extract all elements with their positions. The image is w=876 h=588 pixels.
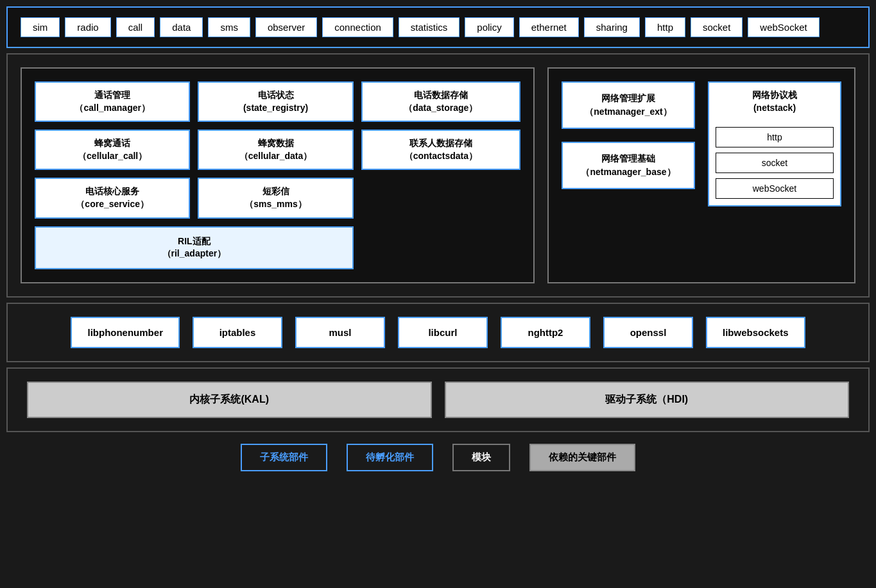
lib-section: libphonenumberiptablesmusllibcurlnghttp2… <box>6 303 870 362</box>
row1-pair: 通话管理 （call_manager） 电话状态 (state_registry… <box>35 81 354 122</box>
netstack-item-webSocket: webSocket <box>716 178 834 199</box>
kernel-hdi-box: 驱动子系统（HDI) <box>445 382 850 418</box>
tag-observer: observer <box>255 17 317 37</box>
legend-box-1: 待孵化部件 <box>347 444 433 471</box>
legend-box-3: 依赖的关键部件 <box>529 444 635 471</box>
netmanager-base-box: 网络管理基础 （netmanager_base） <box>562 142 695 189</box>
tag-sim: sim <box>21 17 60 37</box>
sms-mms-box: 短彩信 （sms_mms） <box>198 178 353 218</box>
row2-pair: 蜂窝通话 （cellular_call） 蜂窝数据 （cellular_data… <box>35 130 354 170</box>
netstack-header: 网络协议栈 (netstack) <box>708 81 841 121</box>
cellular-call-box: 蜂窝通话 （cellular_call） <box>35 130 190 170</box>
lib-box-musl: musl <box>295 317 385 348</box>
netstack-item-http: http <box>716 127 834 147</box>
right-subsystem-box: 网络管理扩展 （netmanager_ext） 网络管理基础 （netmanag… <box>547 67 855 283</box>
module-col-main: 通话管理 （call_manager） 电话状态 (state_registry… <box>35 81 354 269</box>
legend-box-0: 子系统部件 <box>241 444 327 471</box>
netstack-item-socket: socket <box>716 153 834 173</box>
legend-box-2: 模块 <box>452 444 510 471</box>
tag-data: data <box>160 17 203 37</box>
module-grid: 通话管理 （call_manager） 电话状态 (state_registry… <box>35 81 520 269</box>
netstack-column: 网络协议栈 (netstack) httpsocketwebSocket <box>708 81 841 206</box>
middle-section: 通话管理 （call_manager） 电话状态 (state_registry… <box>6 53 870 298</box>
cellular-data-box: 蜂窝数据 （cellular_data） <box>198 130 353 170</box>
tag-socket: socket <box>691 17 743 37</box>
legend-item-3: 依赖的关键部件 <box>529 444 635 471</box>
state-registry-box: 电话状态 (state_registry) <box>198 81 353 122</box>
left-subsystem-box: 通话管理 （call_manager） 电话状态 (state_registry… <box>21 67 535 283</box>
lib-box-libphonenumber: libphonenumber <box>71 317 180 348</box>
legend-item-1: 待孵化部件 <box>347 444 433 471</box>
netmanager-column: 网络管理扩展 （netmanager_ext） 网络管理基础 （netmanag… <box>562 81 695 189</box>
ril-row: RIL适配 （ril_adapter） <box>35 226 354 269</box>
lib-box-openssl: openssl <box>603 317 693 348</box>
kernel-section: 内核子系统(KAL) 驱动子系统（HDI) <box>6 367 870 432</box>
data-storage-box: 电话数据存储 （data_storage） <box>361 81 520 122</box>
legend-item-2: 模块 <box>452 444 510 471</box>
contacts-data-box: 联系人数据存储 （contactsdata） <box>361 130 520 170</box>
legend-section: 子系统部件待孵化部件模块依赖的关键部件 <box>6 437 870 478</box>
tag-call: call <box>116 17 155 37</box>
lib-box-libcurl: libcurl <box>398 317 488 348</box>
lib-box-iptables: iptables <box>193 317 282 348</box>
tag-sms: sms <box>208 17 250 37</box>
kernel-kal-box: 内核子系统(KAL) <box>27 382 432 418</box>
tag-statistics: statistics <box>399 17 460 37</box>
call-manager-box: 通话管理 （call_manager） <box>35 81 190 122</box>
legend-item-0: 子系统部件 <box>241 444 327 471</box>
tag-webSocket: webSocket <box>748 17 819 37</box>
module-col-data: 电话数据存储 （data_storage） 联系人数据存储 （contactsd… <box>361 81 520 269</box>
tag-ethernet: ethernet <box>519 17 579 37</box>
ril-adapter-box: RIL适配 （ril_adapter） <box>35 226 354 269</box>
lib-box-libwebsockets: libwebsockets <box>706 317 805 348</box>
top-tags-section: simradiocalldatasmsobserverconnectionsta… <box>6 6 870 48</box>
core-service-box: 电话核心服务 （core_service） <box>35 178 190 218</box>
netstack-inner: httpsocketwebSocket <box>708 121 841 206</box>
tag-radio: radio <box>65 17 110 37</box>
netmanager-ext-box: 网络管理扩展 （netmanager_ext） <box>562 81 695 129</box>
tag-policy: policy <box>465 17 513 37</box>
tag-connection: connection <box>322 17 393 37</box>
row3-pair: 电话核心服务 （core_service） 短彩信 （sms_mms） <box>35 178 354 218</box>
tag-sharing: sharing <box>584 17 640 37</box>
lib-box-nghttp2: nghttp2 <box>501 317 590 348</box>
tag-http: http <box>645 17 685 37</box>
